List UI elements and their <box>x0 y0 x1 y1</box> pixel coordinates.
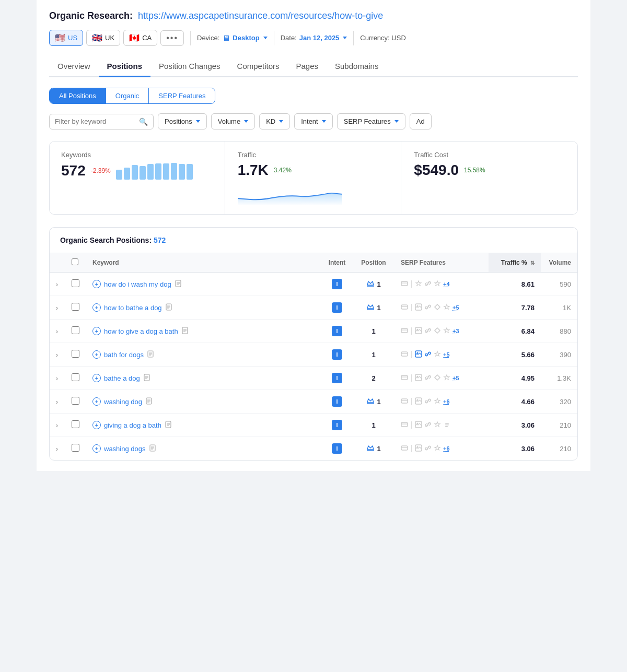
keyword-search-input[interactable] <box>55 117 136 125</box>
positions-table: Keyword Intent Position SERP Features Tr… <box>50 253 577 460</box>
expand-button[interactable]: › <box>56 375 58 382</box>
row-checkbox-cell <box>65 414 86 437</box>
volume-cell: 210 <box>541 437 577 461</box>
tab-subdomains[interactable]: Subdomains <box>327 56 387 77</box>
serp-icon <box>434 350 441 359</box>
serp-more: +5 <box>452 375 459 381</box>
volume-filter-button[interactable]: Volume <box>211 113 255 129</box>
keyword-bar <box>163 163 169 180</box>
page-title: Organic Research: <box>49 10 133 21</box>
position-number: 1 <box>377 445 380 453</box>
serp-page-icon <box>401 374 408 383</box>
advanced-filter-button[interactable]: Ad <box>410 113 432 129</box>
keyword-add-icon[interactable]: + <box>92 374 101 382</box>
traffic-pct-value: 7.78 <box>521 304 535 312</box>
tab-position-changes[interactable]: Position Changes <box>150 56 229 77</box>
keyword-link[interactable]: giving a dog a bath <box>104 421 161 429</box>
serp-page-icon <box>401 397 408 406</box>
intent-filter-button[interactable]: Intent <box>294 113 333 129</box>
expand-cell: › <box>50 414 65 437</box>
keyword-add-icon[interactable]: + <box>92 303 101 312</box>
tab-serp-features[interactable]: SERP Features <box>149 88 215 103</box>
expand-cell: › <box>50 320 65 343</box>
serp-icon <box>424 397 432 406</box>
positions-filter-button[interactable]: Positions <box>158 113 207 129</box>
svg-rect-19 <box>401 399 408 403</box>
table-section: Organic Search Positions: 572 Keyword In… <box>49 227 578 461</box>
country-us[interactable]: 🇺🇸 US <box>49 30 83 46</box>
expand-button[interactable]: › <box>56 398 58 406</box>
select-all-checkbox[interactable] <box>72 258 78 265</box>
serp-icon <box>434 421 441 430</box>
country-ca[interactable]: 🇨🇦 CA <box>123 30 157 46</box>
row-checkbox[interactable] <box>72 350 79 358</box>
device-selector[interactable]: Device: 🖥 Desktop <box>197 33 268 42</box>
tab-organic[interactable]: Organic <box>106 88 149 103</box>
keyword-add-icon[interactable]: + <box>92 397 101 406</box>
expand-button[interactable]: › <box>56 304 58 312</box>
expand-button[interactable]: › <box>56 445 58 453</box>
position-number: 1 <box>377 304 380 312</box>
more-countries-button[interactable]: ••• <box>160 30 184 46</box>
serp-icon <box>415 397 422 406</box>
traffic-pct-cell: 3.06 <box>489 437 541 461</box>
serp-icon <box>434 397 441 406</box>
volume-value: 1K <box>563 304 571 312</box>
positions-chevron-icon <box>196 120 200 123</box>
crown-icon <box>366 280 375 289</box>
row-checkbox-cell <box>65 367 86 390</box>
date-selector[interactable]: Date: Jan 12, 2025 <box>281 34 347 42</box>
th-traffic[interactable]: Traffic % ⇅ <box>489 253 541 273</box>
row-checkbox[interactable] <box>72 279 79 287</box>
keyword-add-icon[interactable]: + <box>92 350 101 359</box>
tab-positions[interactable]: Positions <box>99 56 151 77</box>
serp-more: +5 <box>443 351 450 358</box>
serp-chevron-icon <box>394 120 399 123</box>
expand-button[interactable]: › <box>56 422 58 429</box>
serp-more: +5 <box>452 304 459 311</box>
keyword-add-icon[interactable]: + <box>92 444 101 453</box>
keyword-link[interactable]: washing dog <box>104 398 142 406</box>
serp-icon <box>415 280 422 289</box>
uk-label: UK <box>105 34 114 42</box>
us-flag: 🇺🇸 <box>55 33 65 43</box>
expand-cell: › <box>50 437 65 461</box>
row-checkbox[interactable] <box>72 326 79 334</box>
row-checkbox[interactable] <box>72 373 79 381</box>
keyword-link[interactable]: bath for dogs <box>104 351 144 359</box>
keyword-link[interactable]: bathe a dog <box>104 374 140 382</box>
tab-competitors[interactable]: Competitors <box>229 56 288 77</box>
row-checkbox[interactable] <box>72 397 79 405</box>
keyword-link[interactable]: how do i wash my dog <box>104 280 171 288</box>
keyword-link[interactable]: washing dogs <box>104 445 146 453</box>
expand-button[interactable]: › <box>56 328 58 335</box>
kd-filter-button[interactable]: KD <box>259 113 290 129</box>
serp-features-filter-button[interactable]: SERP Features <box>337 113 405 129</box>
keyword-add-icon[interactable]: + <box>92 280 101 288</box>
row-checkbox[interactable] <box>72 303 79 311</box>
row-checkbox[interactable] <box>72 420 79 428</box>
keyword-bar <box>187 164 193 180</box>
row-checkbox[interactable] <box>72 444 79 452</box>
tab-all-positions[interactable]: All Positions <box>50 88 106 103</box>
country-bar: 🇺🇸 US 🇬🇧 UK 🇨🇦 CA ••• Device: 🖥 Desktop … <box>49 30 578 46</box>
row-checkbox-cell <box>65 296 86 320</box>
keyword-link[interactable]: how to bathe a dog <box>104 304 162 312</box>
keyword-add-icon[interactable]: + <box>92 327 101 335</box>
tab-pages[interactable]: Pages <box>287 56 327 77</box>
keyword-bar <box>140 166 146 180</box>
page-url[interactable]: https://www.aspcapetinsurance.com/resour… <box>138 10 383 21</box>
device-value: Desktop <box>233 34 259 42</box>
expand-button[interactable]: › <box>56 281 58 288</box>
position-cell: 1 <box>353 296 394 320</box>
tab-overview[interactable]: Overview <box>49 56 99 77</box>
intent-cell: I <box>321 343 353 367</box>
keyword-search-wrap[interactable]: 🔍 <box>49 114 154 129</box>
country-uk[interactable]: 🇬🇧 UK <box>86 30 120 46</box>
keyword-add-icon[interactable]: + <box>92 421 101 429</box>
serp-icon <box>424 350 432 359</box>
keyword-link[interactable]: how to give a dog a bath <box>104 327 178 335</box>
keywords-label: Keywords <box>61 151 213 159</box>
svg-rect-3 <box>401 305 408 309</box>
expand-button[interactable]: › <box>56 351 58 359</box>
